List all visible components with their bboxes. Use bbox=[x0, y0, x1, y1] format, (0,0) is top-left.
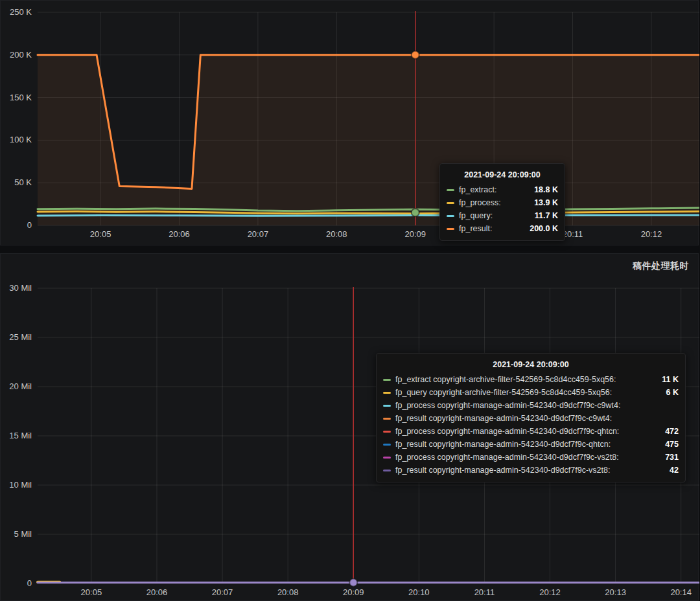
y-axis-tick-label: 200 K bbox=[10, 50, 32, 60]
y-axis-tick-label: 20 Mil bbox=[9, 381, 32, 391]
tooltip-series-row: fp_query copyright-archive-filter-542569… bbox=[383, 386, 679, 399]
graph-tooltip-bottom: 2021-09-24 20:09:00fp_extract copyright-… bbox=[376, 353, 686, 482]
series-color-icon bbox=[383, 392, 391, 394]
y-axis-tick-label: 250 K bbox=[10, 7, 32, 17]
tooltip-series-row: fp_process copyright-manage-admin-542340… bbox=[383, 451, 679, 464]
series-value: 200.0 K bbox=[520, 222, 558, 235]
tooltip-series-row: fp_result:200.0 K bbox=[447, 222, 558, 235]
series-value: 11.7 K bbox=[526, 209, 558, 222]
tooltip-timestamp: 2021-09-24 20:09:00 bbox=[383, 358, 679, 371]
panel-top-graph: 050 K100 K150 K200 K250 K20:0520:0620:07… bbox=[0, 0, 699, 245]
series-value: 42 bbox=[660, 464, 679, 477]
y-axis-tick-label: 25 Mil bbox=[9, 332, 32, 342]
x-axis-tick-label: 20:07 bbox=[248, 229, 269, 239]
y-axis-tick-label: 5 Mil bbox=[14, 529, 32, 539]
y-axis-tick-label: 30 Mil bbox=[9, 283, 32, 293]
series-label: fp_result copyright-manage-admin-542340-… bbox=[395, 412, 612, 425]
x-axis-tick-label: 20:11 bbox=[563, 229, 583, 239]
series-label: fp_result copyright-manage-admin-542340-… bbox=[395, 438, 611, 451]
series-color-icon bbox=[383, 418, 391, 420]
tooltip-series-row: fp_process copyright-manage-admin-542340… bbox=[383, 399, 679, 412]
y-axis-tick-label: 10 Mil bbox=[9, 480, 32, 490]
y-axis-tick-label: 150 K bbox=[10, 93, 32, 102]
tooltip-series-row: fp_extract:18.8 K bbox=[447, 183, 558, 196]
y-axis-tick-label: 15 Mil bbox=[9, 431, 32, 440]
x-axis-tick-label: 20:05 bbox=[90, 229, 111, 239]
graph-tooltip-top: 2021-09-24 20:09:00fp_extract:18.8 Kfp_p… bbox=[439, 163, 565, 241]
x-axis-tick-label: 20:13 bbox=[605, 587, 626, 597]
x-axis-tick-label: 20:07 bbox=[212, 587, 233, 597]
series-color-icon bbox=[383, 405, 391, 407]
series-label: fp_process copyright-manage-admin-542340… bbox=[395, 425, 619, 438]
y-axis-tick-label: 100 K bbox=[10, 135, 32, 144]
timeseries-chart-top[interactable]: 050 K100 K150 K200 K250 K20:0520:0620:07… bbox=[1, 1, 699, 245]
y-axis-tick-label: 0 bbox=[27, 220, 32, 230]
series-value: 18.8 K bbox=[525, 183, 558, 196]
series-label: fp_extract: bbox=[459, 183, 496, 196]
series-color-icon bbox=[447, 189, 454, 191]
series-value: 13.9 K bbox=[525, 196, 558, 209]
series-color-icon bbox=[383, 444, 391, 446]
dashboard: 050 K100 K150 K200 K250 K20:0520:0620:07… bbox=[0, 0, 700, 601]
tooltip-series-row: fp_process:13.9 K bbox=[447, 196, 558, 209]
x-axis-tick-label: 20:14 bbox=[670, 587, 692, 597]
tooltip-series-row: fp_result copyright-manage-admin-542340-… bbox=[383, 438, 679, 451]
series-color-icon bbox=[383, 457, 391, 459]
series-label: fp_result: bbox=[459, 222, 492, 235]
series-color-icon bbox=[383, 470, 391, 471]
x-axis-tick-label: 20:08 bbox=[326, 229, 347, 239]
series-color-icon bbox=[447, 202, 454, 204]
x-axis-tick-label: 20:08 bbox=[277, 587, 299, 597]
series-label: fp_process copyright-manage-admin-542340… bbox=[395, 451, 619, 464]
tooltip-series-row: fp_result copyright-manage-admin-542340-… bbox=[383, 412, 679, 425]
x-axis-tick-label: 20:12 bbox=[641, 229, 662, 239]
series-color-icon bbox=[447, 215, 454, 217]
panel-title[interactable]: 稿件处理耗时 bbox=[633, 260, 689, 272]
series-label: fp_process: bbox=[459, 196, 501, 209]
tooltip-series-row: fp_query:11.7 K bbox=[447, 209, 558, 222]
y-axis-tick-label: 50 K bbox=[14, 177, 32, 187]
series-value: 475 bbox=[656, 438, 679, 451]
series-value: 11 K bbox=[653, 373, 679, 386]
series-color-icon bbox=[383, 431, 391, 433]
series-label: fp_query copyright-archive-filter-542569… bbox=[395, 386, 612, 399]
series-value: 6 K bbox=[657, 386, 679, 399]
tooltip-series-row: fp_process copyright-manage-admin-542340… bbox=[383, 425, 679, 438]
x-axis-tick-label: 20:10 bbox=[408, 587, 430, 597]
series-color-icon bbox=[447, 228, 454, 230]
x-axis-tick-label: 20:11 bbox=[474, 587, 495, 597]
y-axis-tick-label: 0 bbox=[27, 578, 32, 588]
series-label: fp_process copyright-manage-admin-542340… bbox=[395, 399, 620, 412]
series-label: fp_query: bbox=[459, 209, 493, 222]
series-color-icon bbox=[383, 379, 391, 381]
x-axis-tick-label: 20:09 bbox=[404, 229, 426, 239]
x-axis-tick-label: 20:12 bbox=[539, 587, 561, 597]
series-line bbox=[38, 215, 699, 216]
x-axis-tick-label: 20:06 bbox=[146, 587, 168, 597]
hover-point-marker bbox=[349, 578, 357, 586]
series-label: fp_result copyright-manage-admin-542340-… bbox=[395, 464, 610, 477]
x-axis-tick-label: 20:06 bbox=[169, 229, 190, 239]
series-value: 472 bbox=[656, 425, 679, 438]
hover-point-marker bbox=[412, 51, 419, 59]
x-axis-tick-label: 20:09 bbox=[343, 587, 364, 597]
x-axis-tick-label: 20:05 bbox=[81, 587, 102, 597]
tooltip-series-row: fp_result copyright-manage-admin-542340-… bbox=[383, 464, 679, 477]
hover-point-marker bbox=[412, 209, 419, 216]
tooltip-timestamp: 2021-09-24 20:09:00 bbox=[447, 168, 558, 181]
series-label: fp_extract copyright-archive-filter-5425… bbox=[395, 373, 616, 386]
tooltip-series-row: fp_extract copyright-archive-filter-5425… bbox=[383, 373, 679, 386]
series-value: 731 bbox=[656, 451, 679, 464]
